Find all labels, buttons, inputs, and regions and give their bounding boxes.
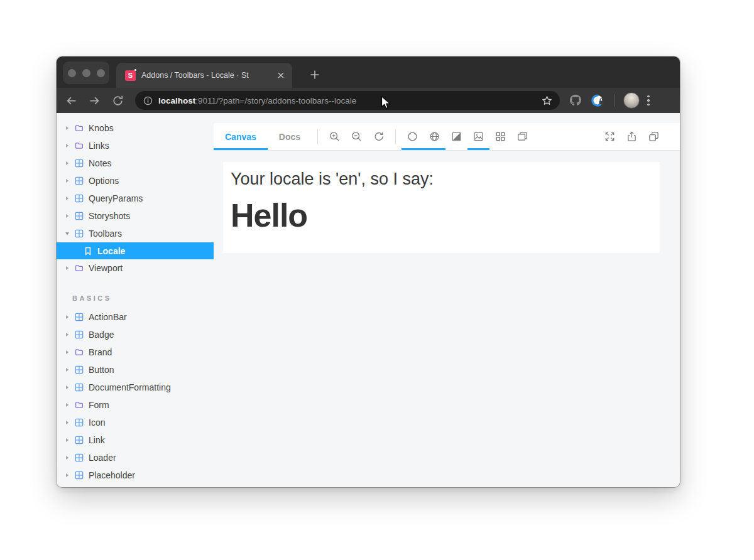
sidebar-item-link[interactable]: Link — [57, 431, 214, 449]
sidebar-item-locale-selected[interactable]: Locale — [57, 242, 214, 259]
toolbar-divider — [317, 129, 318, 144]
background-toggle-button[interactable] — [402, 123, 423, 150]
component-icon — [75, 471, 84, 480]
open-canvas-new-tab-button[interactable] — [621, 123, 643, 150]
navbar-divider — [614, 94, 615, 107]
sidebar-item-knobs[interactable]: Knobs — [57, 119, 214, 137]
sidebar-item-label: Link — [89, 435, 105, 445]
component-icon — [75, 453, 84, 462]
component-icon — [75, 194, 84, 203]
profile-avatar[interactable] — [623, 92, 640, 109]
contrast-theme-button[interactable] — [445, 123, 467, 150]
fullscreen-button[interactable] — [599, 123, 621, 150]
chevron-right-icon — [65, 385, 70, 390]
sidebar-item-brand[interactable]: Brand — [57, 343, 214, 361]
component-icon — [75, 330, 84, 339]
chevron-right-icon — [65, 367, 70, 372]
minimize-window-button[interactable] — [82, 69, 90, 77]
storybook-favicon-icon: S — [125, 70, 136, 81]
window-controls — [63, 62, 109, 84]
image-snapshot-button[interactable] — [467, 123, 489, 150]
maximize-window-button[interactable] — [97, 69, 105, 77]
chevron-right-icon — [65, 161, 70, 166]
sidebar-item-label: Icon — [89, 417, 105, 428]
github-extension-icon[interactable] — [569, 94, 582, 107]
tab-canvas[interactable]: Canvas — [214, 123, 268, 150]
sidebar-item-label: Storyshots — [89, 211, 130, 221]
chevron-right-icon — [65, 196, 70, 201]
sidebar-item-label: QueryParams — [89, 193, 143, 203]
copy-link-button[interactable] — [643, 123, 665, 150]
sidebar-item-icon[interactable]: Icon — [57, 414, 214, 431]
browser-tab[interactable]: S Addons / Toolbars - Locale · St — [116, 63, 292, 88]
story-canvas: Your locale is 'en', so I say: Hello — [214, 151, 680, 487]
zoom-out-button[interactable] — [346, 123, 368, 150]
sidebar-item-badge[interactable]: Badge — [57, 326, 214, 343]
sidebar-item-label: Loader — [89, 453, 116, 463]
url-path: :9011/?path=/story/addons-toolbars--loca… — [195, 96, 356, 105]
sidebar-item-notes[interactable]: Notes — [57, 154, 214, 172]
story-greeting-text: Hello — [231, 197, 660, 234]
sidebar-item-documentformatting[interactable]: DocumentFormatting — [57, 379, 214, 396]
toolbar-divider — [395, 129, 396, 144]
site-info-icon[interactable] — [143, 96, 153, 105]
sidebar-item-queryparams[interactable]: QueryParams — [57, 190, 214, 207]
sidebar-item-toolbars[interactable]: Toolbars — [57, 225, 214, 242]
folder-icon — [75, 124, 84, 132]
forward-button[interactable] — [89, 95, 101, 107]
storybook-sidebar: Knobs Links Notes Options QueryParams — [57, 113, 214, 487]
sidebar-item-links[interactable]: Links — [57, 137, 214, 154]
storybook-preview: Canvas Docs Your locale — [214, 113, 680, 487]
sidebar-section-basics: BASICS — [72, 294, 214, 302]
windows-cascade-button[interactable] — [511, 123, 533, 150]
address-bar[interactable]: localhost:9011/?path=/story/addons-toolb… — [135, 91, 560, 110]
sidebar-item-label: Locale — [97, 246, 125, 256]
zoom-in-button[interactable] — [324, 123, 346, 150]
sidebar-item-loader[interactable]: Loader — [57, 449, 214, 466]
component-icon — [75, 176, 84, 185]
password-extension-icon[interactable] — [591, 94, 605, 107]
url-text: localhost:9011/?path=/story/addons-toolb… — [158, 96, 536, 105]
locale-globe-button[interactable] — [423, 123, 445, 150]
reload-button[interactable] — [112, 95, 124, 107]
sidebar-item-label: Notes — [89, 158, 112, 168]
sidebar-item-placeholder[interactable]: Placeholder — [57, 466, 214, 484]
sidebar-item-form[interactable]: Form — [57, 396, 214, 414]
grid-toggle-button[interactable] — [489, 123, 511, 150]
tab-docs[interactable]: Docs — [268, 123, 312, 150]
sidebar-item-label: Button — [89, 365, 114, 375]
sidebar-item-label: Placeholder — [89, 470, 135, 480]
chevron-right-icon — [65, 315, 70, 320]
sidebar-item-options[interactable]: Options — [57, 172, 214, 190]
tab-close-icon[interactable] — [276, 70, 286, 80]
chevron-right-icon — [65, 143, 70, 148]
tab-title: Addons / Toolbars - Locale · St — [141, 71, 270, 80]
close-window-button[interactable] — [68, 69, 76, 77]
sidebar-item-label: Options — [89, 176, 119, 186]
chevron-right-icon — [65, 473, 70, 478]
component-icon — [75, 365, 84, 374]
browser-menu-button[interactable] — [647, 95, 650, 106]
component-icon — [75, 313, 84, 321]
zoom-reset-button[interactable] — [368, 123, 390, 150]
component-icon — [75, 418, 84, 427]
folder-icon — [75, 401, 84, 409]
chevron-right-icon — [65, 266, 70, 271]
chevron-right-icon — [65, 455, 70, 460]
sidebar-item-storyshots[interactable]: Storyshots — [57, 207, 214, 225]
sidebar-item-label: ActionBar — [89, 312, 127, 322]
browser-navbar: localhost:9011/?path=/story/addons-toolb… — [57, 88, 680, 113]
new-tab-button[interactable] — [309, 69, 320, 80]
back-button[interactable] — [65, 95, 77, 107]
chevron-right-icon — [65, 213, 70, 218]
browser-titlebar: S Addons / Toolbars - Locale · St — [57, 57, 680, 88]
bookmark-star-icon[interactable] — [542, 95, 552, 106]
sidebar-item-button[interactable]: Button — [57, 361, 214, 379]
sidebar-item-viewport[interactable]: Viewport — [57, 259, 214, 277]
chevron-right-icon — [65, 126, 70, 131]
url-host: localhost — [158, 96, 195, 105]
sidebar-item-label: Brand — [89, 347, 112, 357]
component-icon — [75, 229, 84, 238]
sidebar-item-label: Viewport — [89, 263, 123, 273]
sidebar-item-actionbar[interactable]: ActionBar — [57, 308, 214, 326]
